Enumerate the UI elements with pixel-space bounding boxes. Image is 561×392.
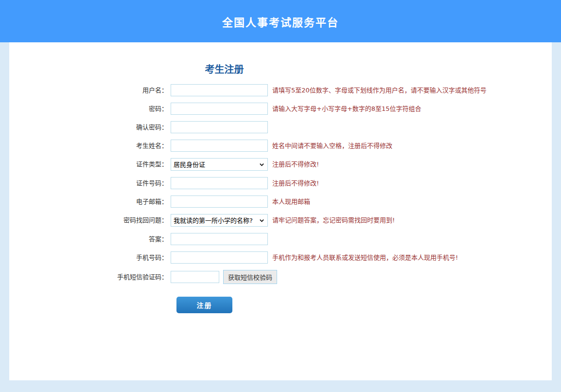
email-label: 电子邮箱：	[9, 196, 171, 208]
registration-form: 用户名： 请填写5至20位数字、字母或下划线作为用户名，请不要输入汉字或其他符号…	[9, 84, 552, 313]
id-type-label: 证件类型：	[9, 158, 171, 170]
candidate-name-hint: 姓名中间请不要输入空格，注册后不得修改	[272, 140, 392, 152]
password-input[interactable]	[171, 103, 268, 115]
form-row-confirm-password: 确认密码：	[9, 121, 552, 133]
security-question-label: 密码找回问题：	[9, 214, 171, 226]
form-row-id-number: 证件号码： 注册后不得修改!	[9, 177, 552, 189]
sms-code-input[interactable]	[171, 271, 219, 283]
form-title: 考生注册	[170, 62, 279, 76]
form-row-answer: 答案：	[9, 233, 552, 245]
security-question-select-wrap: 我就读的第一所小学的名称?	[171, 214, 268, 227]
confirm-password-input[interactable]	[171, 121, 268, 133]
username-input[interactable]	[171, 84, 268, 96]
password-hint: 请输入大写字母+小写字母+数字的8至15位字符组合	[272, 103, 421, 115]
app-header: 全国人事考试服务平台	[0, 0, 561, 42]
security-question-select[interactable]: 我就读的第一所小学的名称?	[171, 214, 268, 227]
answer-label: 答案：	[9, 233, 171, 245]
email-hint: 本人现用邮箱	[272, 196, 310, 208]
security-question-hint: 请牢记问题答案，忘记密码需找回时要用到!	[272, 214, 395, 226]
form-row-email: 电子邮箱： 本人现用邮箱	[9, 196, 552, 208]
form-row-id-type: 证件类型： 居民身份证 注册后不得修改!	[9, 158, 552, 171]
form-row-mobile: 手机号码： 手机作为和报考人员联系或发送短信使用，必须是本人现用手机号!	[9, 251, 552, 264]
email-input[interactable]	[171, 196, 268, 208]
username-hint: 请填写5至20位数字、字母或下划线作为用户名，请不要输入汉字或其他符号	[272, 84, 487, 96]
username-label: 用户名：	[9, 84, 171, 96]
id-number-label: 证件号码：	[9, 177, 171, 189]
form-row-security-question: 密码找回问题： 我就读的第一所小学的名称? 请牢记问题答案，忘记密码需找回时要用…	[9, 214, 552, 227]
form-row-username: 用户名： 请填写5至20位数字、字母或下划线作为用户名，请不要输入汉字或其他符号	[9, 84, 552, 96]
content-panel: 考生注册 用户名： 请填写5至20位数字、字母或下划线作为用户名，请不要输入汉字…	[9, 42, 552, 380]
id-number-input[interactable]	[171, 177, 268, 189]
register-button[interactable]: 注册	[176, 297, 232, 313]
password-label: 密码：	[9, 103, 171, 115]
form-row-password: 密码： 请输入大写字母+小写字母+数字的8至15位字符组合	[9, 103, 552, 115]
answer-input[interactable]	[171, 233, 268, 245]
get-sms-code-button[interactable]: 获取短信校验码	[223, 270, 277, 284]
sms-code-label: 手机短信验证码：	[9, 271, 171, 283]
mobile-label: 手机号码：	[9, 251, 171, 264]
app-title: 全国人事考试服务平台	[222, 14, 339, 29]
candidate-name-label: 考生姓名：	[9, 140, 171, 152]
form-row-candidate-name: 考生姓名： 姓名中间请不要输入空格，注册后不得修改	[9, 140, 552, 152]
id-number-hint: 注册后不得修改!	[272, 177, 319, 189]
id-type-select[interactable]: 居民身份证	[171, 158, 268, 171]
id-type-hint: 注册后不得修改!	[272, 158, 319, 170]
candidate-name-input[interactable]	[171, 140, 268, 152]
confirm-password-label: 确认密码：	[9, 121, 171, 133]
mobile-hint: 手机作为和报考人员联系或发送短信使用，必须是本人现用手机号!	[272, 251, 458, 264]
id-type-select-wrap: 居民身份证	[171, 158, 268, 171]
mobile-input[interactable]	[171, 251, 268, 264]
form-row-sms-code: 手机短信验证码： 获取短信校验码	[9, 270, 552, 284]
